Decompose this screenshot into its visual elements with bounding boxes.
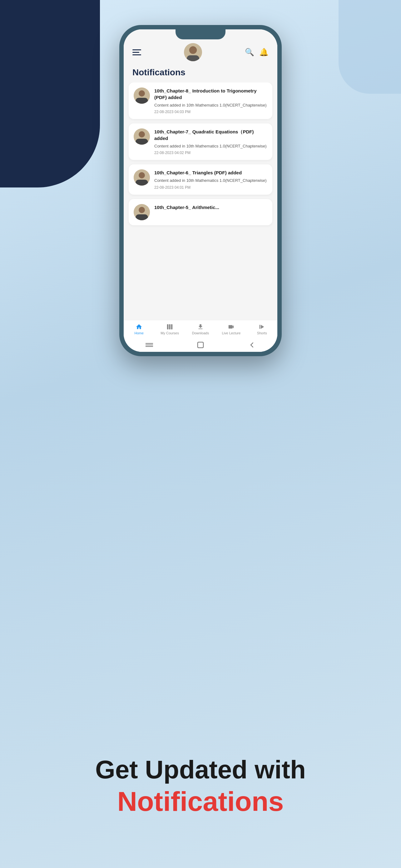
notif-title-4: 10th_Chapter-5_ Arithmetic...	[154, 204, 267, 211]
menu-line-2	[132, 52, 139, 53]
page-title: Notifications	[124, 65, 277, 83]
app-screen: 🔍 🔔 Notifications	[124, 29, 277, 352]
svg-point-9	[139, 172, 145, 178]
nav-item-home[interactable]: Home	[130, 323, 148, 335]
android-home-button[interactable]	[196, 341, 205, 349]
notif-content-1: 10th_Chapter-8_ Introduction to Trigonom…	[154, 88, 267, 114]
notif-avatar-4	[134, 204, 150, 220]
phone-mockup: 🔍 🔔 Notifications	[119, 25, 282, 356]
nav-label-home: Home	[135, 331, 144, 335]
notif-title-2: 10th_Chapter-7_ Quadratic Equations（PDF)…	[154, 128, 267, 142]
header-avatar[interactable]	[184, 43, 202, 61]
phone-screen: 🔍 🔔 Notifications	[124, 29, 277, 352]
phone-notch	[175, 29, 226, 39]
header-action-icons: 🔍 🔔	[245, 48, 269, 57]
tagline-line1: Get Updated with	[91, 754, 310, 785]
notif-content-3: 10th_Chapter-6_ Triangles (PDF) added Co…	[154, 169, 267, 189]
nav-label-downloads: Downloads	[192, 331, 209, 335]
menu-line-3	[132, 54, 141, 55]
notification-card-4[interactable]: 10th_Chapter-5_ Arithmetic...	[129, 199, 272, 225]
svg-rect-1	[187, 55, 199, 61]
svg-point-12	[139, 207, 145, 213]
notif-content-2: 10th_Chapter-7_ Quadratic Equations（PDF)…	[154, 128, 267, 155]
bg-decoration-dark	[0, 0, 100, 187]
notif-avatar-3	[134, 169, 150, 186]
notif-time-3: 22-08-2023 04:01 PM	[154, 185, 267, 190]
bg-decoration-light	[338, 0, 401, 94]
hamburger-menu-button[interactable]	[132, 50, 141, 55]
notif-title-3: 10th_Chapter-6_ Triangles (PDF) added	[154, 169, 267, 176]
notif-content-4: 10th_Chapter-5_ Arithmetic...	[154, 204, 267, 213]
notification-card-1[interactable]: 10th_Chapter-8_ Introduction to Trigonom…	[129, 83, 272, 119]
home-icon	[136, 323, 142, 330]
notif-title-1: 10th_Chapter-8_ Introduction to Trigonom…	[154, 88, 267, 101]
notifications-list: 10th_Chapter-8_ Introduction to Trigonom…	[124, 83, 277, 320]
phone-frame: 🔍 🔔 Notifications	[119, 25, 282, 356]
shorts-icon	[259, 323, 265, 330]
downloads-icon	[197, 323, 204, 330]
svg-rect-14	[167, 324, 168, 330]
svg-rect-18	[260, 325, 261, 329]
search-icon[interactable]: 🔍	[245, 48, 254, 57]
notif-time-2: 22-08-2023 04:02 PM	[154, 151, 267, 155]
svg-point-6	[139, 131, 145, 137]
svg-rect-15	[169, 324, 170, 330]
nav-item-shorts[interactable]: Shorts	[253, 323, 271, 335]
bottom-tagline: Get Updated with Notifications	[91, 754, 310, 818]
nav-item-downloads[interactable]: Downloads	[191, 323, 210, 335]
notification-card-3[interactable]: 10th_Chapter-6_ Triangles (PDF) added Co…	[129, 164, 272, 194]
svg-rect-16	[171, 324, 172, 330]
svg-point-3	[139, 90, 145, 97]
svg-point-0	[189, 46, 197, 54]
nav-item-my-courses[interactable]: My Courses	[161, 323, 179, 335]
notif-time-1: 22-08-2023 04:03 PM	[154, 110, 267, 114]
menu-line-1	[132, 50, 141, 50]
notification-bell-icon[interactable]: 🔔	[259, 48, 269, 57]
notif-avatar-2	[134, 128, 150, 145]
svg-marker-17	[261, 325, 264, 329]
nav-item-live-lecture[interactable]: Live Lecture	[222, 323, 240, 335]
live-lecture-icon	[228, 323, 235, 330]
nav-label-my-courses: My Courses	[161, 331, 179, 335]
tagline-line2: Notifications	[91, 785, 310, 818]
notification-card-2[interactable]: 10th_Chapter-7_ Quadratic Equations（PDF)…	[129, 123, 272, 160]
android-back-button[interactable]	[247, 341, 256, 349]
android-navigation-bar	[124, 337, 277, 352]
notif-avatar-1	[134, 88, 150, 104]
notif-subtitle-1: Content added in 10th Mathematics 1.0(NC…	[154, 102, 267, 108]
svg-rect-10	[136, 180, 148, 186]
svg-rect-4	[136, 98, 148, 104]
notif-subtitle-2: Content added in 10th Mathematics 1.0(NC…	[154, 144, 267, 149]
bottom-navigation: Home My Courses Do	[124, 320, 277, 337]
svg-rect-22	[198, 342, 203, 348]
nav-label-live-lecture: Live Lecture	[222, 331, 240, 335]
nav-label-shorts: Shorts	[257, 331, 267, 335]
courses-icon	[166, 323, 173, 330]
svg-rect-13	[136, 214, 148, 220]
notif-subtitle-3: Content added in 10th Mathematics 1.0(NC…	[154, 178, 267, 183]
svg-rect-7	[136, 139, 148, 145]
android-menu-button[interactable]	[145, 341, 154, 349]
